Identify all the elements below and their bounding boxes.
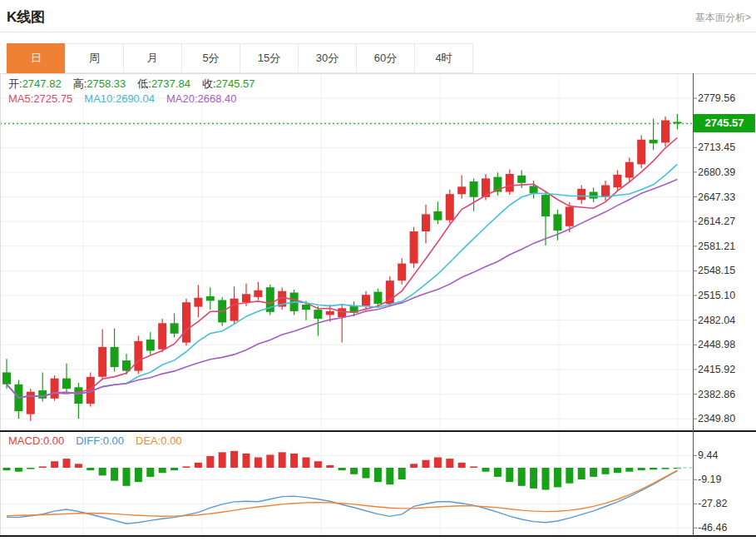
legend-label: DIFF: [76, 434, 103, 447]
ma-legend-item: MA10:2690.04 [84, 92, 155, 105]
macd-legend-item: DEA:0.00 [136, 434, 182, 447]
legend-value: 2725.75 [33, 92, 72, 105]
price-axis-tick: 2448.98 [698, 339, 754, 350]
macd-axis-tick: -27.82 [698, 498, 754, 509]
legend-value: 2668.40 [198, 92, 237, 105]
price-axis-tick: 2680.39 [698, 166, 754, 178]
kline-app: K线图 基本面分析> 日周月5分15分30分60分4时 开:2747.82高:2… [0, 0, 756, 541]
legend-value: 0.00 [103, 434, 124, 447]
legend-value: 0.00 [161, 434, 181, 447]
legend-value: 2690.04 [116, 92, 155, 105]
legend-label: 收: [202, 77, 216, 90]
legend-label: MACD: [8, 434, 43, 447]
macd-axis-tick: 9.44 [698, 449, 754, 461]
legend-label: DEA: [136, 434, 161, 447]
macd-legend-item: MACD:0.00 [8, 434, 64, 447]
price-axis-tick: 2482.04 [698, 315, 754, 326]
ohlc-legend-item: 收:2745.57 [202, 77, 255, 90]
price-axis-tick: 2515.10 [698, 290, 754, 301]
ma-legend: MA5:2725.75MA10:2690.04MA20:2668.40 [8, 92, 249, 105]
price-axis-tick: 2382.86 [698, 389, 754, 400]
price-axis-tick: 2415.92 [698, 364, 754, 375]
macd-axis-tick: -46.46 [698, 522, 754, 534]
macd-axis-tick: -9.19 [698, 474, 754, 485]
price-axis-tick: 2779.56 [698, 92, 754, 104]
ohlc-legend-item: 低:2737.84 [137, 77, 190, 90]
legend-value: 2737.84 [151, 77, 190, 90]
legend-label: MA20: [166, 92, 198, 105]
ohlc-legend: 开:2747.82高:2758.33低:2737.84收:2745.57 [8, 77, 267, 92]
legend-value: 2745.57 [216, 77, 255, 90]
price-axis-tick: 2713.45 [698, 141, 754, 153]
ohlc-legend-item: 高:2758.33 [73, 77, 126, 90]
ohlc-legend-item: 开:2747.82 [8, 77, 62, 90]
price-axis-tick: 2349.80 [698, 413, 754, 424]
legend-value: 0.00 [43, 434, 64, 447]
legend-label: 高: [73, 77, 87, 90]
current-price-tag: 2745.57 [694, 114, 755, 132]
ma-legend-item: MA20:2668.40 [166, 92, 237, 105]
price-axis-tick: 2647.33 [698, 191, 754, 203]
price-axis-tick: 2548.15 [698, 265, 754, 276]
legend-label: MA10: [84, 92, 116, 105]
ma-legend-item: MA5:2725.75 [8, 92, 72, 105]
legend-value: 2758.33 [86, 77, 126, 90]
legend-label: MA5: [8, 92, 33, 105]
price-axis-tick: 2614.27 [698, 216, 754, 227]
macd-legend-item: DIFF:0.00 [76, 434, 124, 447]
legend-label: 开: [8, 77, 22, 90]
macd-legend: MACD:0.00DIFF:0.00DEA:0.00 [8, 434, 194, 447]
price-axis-tick: 2581.21 [698, 241, 754, 252]
legend-label: 低: [137, 77, 151, 90]
legend-value: 2747.82 [22, 77, 62, 90]
